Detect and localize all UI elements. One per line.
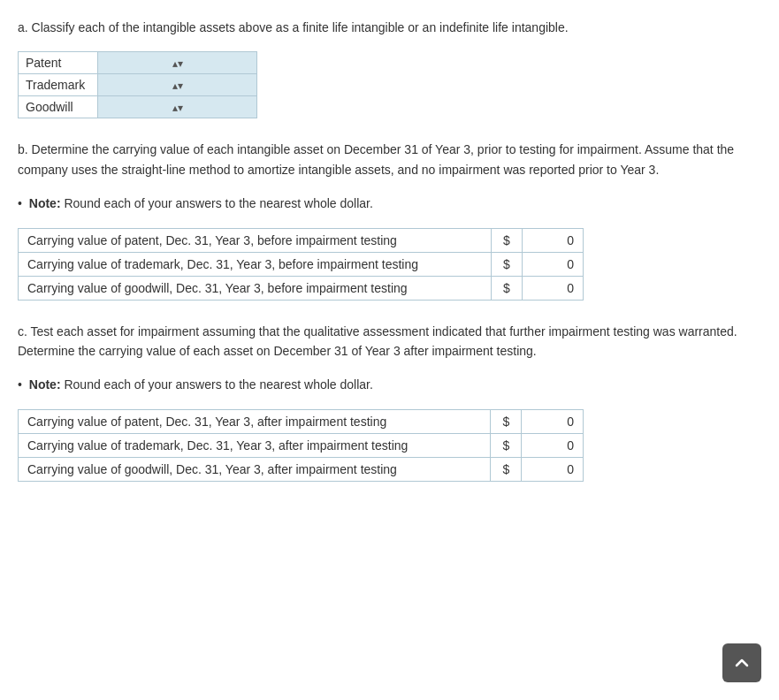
amount-value[interactable]: 0 xyxy=(522,276,583,300)
classify-label: Goodwill xyxy=(19,96,98,118)
dollar-sign: $ xyxy=(491,457,522,481)
classify-dropdown[interactable]: ▴▾ xyxy=(98,96,257,118)
table-row: Carrying value of trademark, Dec. 31, Ye… xyxy=(19,252,584,276)
value-description: Carrying value of trademark, Dec. 31, Ye… xyxy=(19,252,492,276)
scroll-top-button[interactable] xyxy=(722,643,761,682)
value-description: Carrying value of patent, Dec. 31, Year … xyxy=(19,409,491,433)
amount-value[interactable]: 0 xyxy=(522,409,584,433)
note-bold-c: Note: xyxy=(29,377,61,392)
dropdown-arrows-icon: ▴▾ xyxy=(172,102,183,114)
note-text-c: Round each of your answers to the neares… xyxy=(61,377,373,392)
dropdown-arrows-icon: ▴▾ xyxy=(172,57,183,70)
amount-value[interactable]: 0 xyxy=(522,433,584,457)
note-text-b: Round each of your answers to the neares… xyxy=(61,196,373,210)
classify-dropdown[interactable]: ▴▾ xyxy=(98,52,257,74)
value-description: Carrying value of goodwill, Dec. 31, Yea… xyxy=(19,457,491,481)
part-b-heading: b. Determine the carrying value of each … xyxy=(18,140,761,179)
arrow-up-icon xyxy=(733,654,751,672)
dollar-sign: $ xyxy=(492,252,523,276)
part-a-heading: a. Classify each of the intangible asset… xyxy=(18,18,761,37)
part-c-note: • Note: Round each of your answers to th… xyxy=(18,375,761,394)
table-row: Carrying value of goodwill, Dec. 31, Yea… xyxy=(19,276,584,300)
amount-value[interactable]: 0 xyxy=(522,228,583,252)
classify-dropdown[interactable]: ▴▾ xyxy=(98,74,257,96)
amount-value[interactable]: 0 xyxy=(522,457,584,481)
note-bullet-b: • xyxy=(18,194,22,213)
table-row: Carrying value of trademark, Dec. 31, Ye… xyxy=(19,433,584,457)
dollar-sign: $ xyxy=(492,228,523,252)
dollar-sign: $ xyxy=(491,409,522,433)
classify-table: Patent▴▾Trademark▴▾Goodwill▴▾ xyxy=(18,51,257,118)
dollar-sign: $ xyxy=(491,433,522,457)
table-row: Patent▴▾ xyxy=(19,52,257,74)
dropdown-arrows-icon: ▴▾ xyxy=(172,80,183,92)
table-row: Goodwill▴▾ xyxy=(19,96,257,118)
table-row: Carrying value of patent, Dec. 31, Year … xyxy=(19,228,584,252)
table-row: Carrying value of patent, Dec. 31, Year … xyxy=(19,409,584,433)
classify-label: Trademark xyxy=(19,74,98,96)
amount-value[interactable]: 0 xyxy=(522,252,583,276)
classify-label: Patent xyxy=(19,52,98,74)
dollar-sign: $ xyxy=(492,276,523,300)
table-row: Trademark▴▾ xyxy=(19,74,257,96)
value-description: Carrying value of trademark, Dec. 31, Ye… xyxy=(19,433,491,457)
table-row: Carrying value of goodwill, Dec. 31, Yea… xyxy=(19,457,584,481)
value-description: Carrying value of patent, Dec. 31, Year … xyxy=(19,228,492,252)
part-c-value-table: Carrying value of patent, Dec. 31, Year … xyxy=(18,409,584,482)
note-bold-b: Note: xyxy=(29,196,61,210)
part-c-heading: c. Test each asset for impairment assumi… xyxy=(18,322,761,361)
part-b-note: • Note: Round each of your answers to th… xyxy=(18,194,761,213)
value-description: Carrying value of goodwill, Dec. 31, Yea… xyxy=(19,276,492,300)
part-b-value-table: Carrying value of patent, Dec. 31, Year … xyxy=(18,228,584,301)
note-bullet-c: • xyxy=(18,375,22,394)
